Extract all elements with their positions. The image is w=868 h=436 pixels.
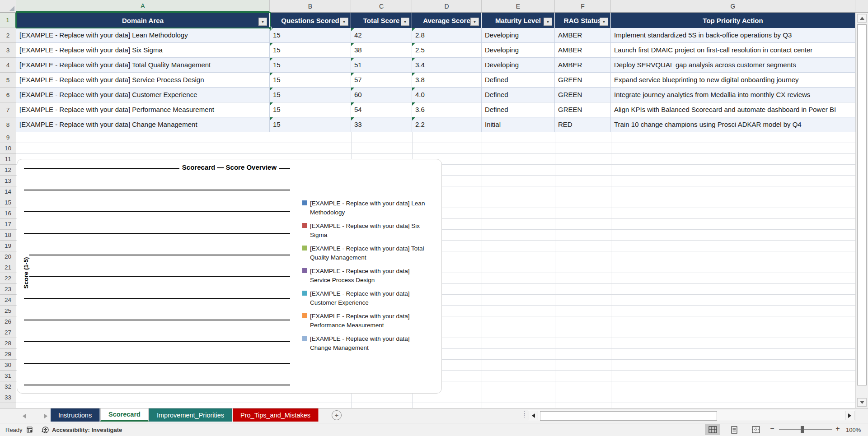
row-header-1[interactable]: 1 — [0, 13, 16, 28]
cell-C3[interactable]: 38 — [351, 43, 412, 58]
zoom-in-button[interactable]: + — [834, 425, 841, 433]
filter-dropdown-button[interactable]: ▾ — [258, 18, 267, 26]
tab-scrollbar-splitter[interactable]: ⋮⋮ — [522, 412, 524, 417]
cell-G7[interactable]: Align KPIs with Balanced Scorecard and a… — [611, 102, 855, 117]
sheet-tab-scorecard[interactable]: Scorecard — [100, 408, 149, 422]
cell-A3[interactable]: [EXAMPLE - Replace with your data] Six S… — [16, 43, 270, 58]
cell-F3[interactable]: AMBER — [555, 43, 611, 58]
cell-F7[interactable]: GREEN — [555, 102, 611, 117]
new-sheet-button[interactable]: + — [332, 410, 342, 420]
column-header-G[interactable]: G — [611, 0, 855, 12]
row-header-3[interactable]: 3 — [0, 43, 16, 58]
cell-B2[interactable]: 15 — [270, 28, 351, 43]
zoom-slider-handle[interactable] — [801, 426, 804, 433]
row-header-25[interactable]: 25 — [0, 306, 16, 316]
cell-G4[interactable]: Deploy SERVQUAL gap analysis across cust… — [611, 58, 855, 73]
cell-E4[interactable]: Developing — [482, 58, 555, 73]
row-header-32[interactable]: 32 — [0, 381, 16, 392]
column-header-B[interactable]: B — [270, 0, 351, 12]
cell-C8[interactable]: 33 — [351, 117, 412, 132]
cell-E6[interactable]: Defined — [482, 88, 555, 102]
row-header-18[interactable]: 18 — [0, 230, 16, 241]
row-header-24[interactable]: 24 — [0, 295, 16, 306]
row-header-17[interactable]: 17 — [0, 219, 16, 230]
row-header-23[interactable]: 23 — [0, 284, 16, 295]
column-header-E[interactable]: E — [482, 0, 555, 12]
cell-C5[interactable]: 57 — [351, 73, 412, 88]
page-layout-view-button[interactable] — [727, 424, 742, 435]
row-header-27[interactable]: 27 — [0, 327, 16, 338]
cell-C4[interactable]: 51 — [351, 58, 412, 73]
scroll-down-button[interactable] — [857, 398, 867, 407]
accessibility-checker-button[interactable]: Accessibility: Investigate — [42, 423, 122, 436]
row-header-21[interactable]: 21 — [0, 262, 16, 273]
row-header-2[interactable]: 2 — [0, 28, 16, 43]
row-header-9[interactable]: 9 — [0, 132, 16, 143]
cell-B6[interactable]: 15 — [270, 88, 351, 102]
row-header-12[interactable]: 12 — [0, 165, 16, 176]
cell-D8[interactable]: 2.2 — [412, 117, 482, 132]
cell-F6[interactable]: GREEN — [555, 88, 611, 102]
row-header-5[interactable]: 5 — [0, 73, 16, 88]
cell-A4[interactable]: [EXAMPLE - Replace with your data] Total… — [16, 58, 270, 73]
cell-G2[interactable]: Implement standardized 5S in back-office… — [611, 28, 855, 43]
tab-scroll-left-button[interactable] — [23, 414, 26, 418]
table-header-D[interactable]: Average Score▾ — [412, 13, 482, 28]
row-header-16[interactable]: 16 — [0, 208, 16, 219]
filter-dropdown-button[interactable]: ▾ — [470, 18, 479, 26]
cell-B4[interactable]: 15 — [270, 58, 351, 73]
cell-B8[interactable]: 15 — [270, 117, 351, 132]
cell-G6[interactable]: Integrate journey analytics from Medalli… — [611, 88, 855, 102]
row-header-10[interactable]: 10 — [0, 143, 16, 154]
row-header-28[interactable]: 28 — [0, 338, 16, 349]
cell-A2[interactable]: [EXAMPLE - Replace with your data] Lean … — [16, 28, 270, 43]
cell-D5[interactable]: 3.8 — [412, 73, 482, 88]
row-header-6[interactable]: 6 — [0, 88, 16, 102]
vertical-scrollbar[interactable] — [855, 13, 868, 408]
cell-E5[interactable]: Defined — [482, 73, 555, 88]
tab-scroll-right-button[interactable] — [44, 414, 47, 418]
cell-F8[interactable]: RED — [555, 117, 611, 132]
cell-C2[interactable]: 42 — [351, 28, 412, 43]
row-header-29[interactable]: 29 — [0, 349, 16, 360]
row-header-7[interactable]: 7 — [0, 102, 16, 117]
zoom-out-button[interactable]: − — [769, 425, 776, 433]
filter-dropdown-button[interactable]: ▾ — [600, 18, 608, 26]
cell-B7[interactable]: 15 — [270, 102, 351, 117]
cell-E2[interactable]: Developing — [482, 28, 555, 43]
cell-A8[interactable]: [EXAMPLE - Replace with your data] Chang… — [16, 117, 270, 132]
cell-G3[interactable]: Launch first DMAIC project on first-call… — [611, 43, 855, 58]
horizontal-scrollbar[interactable] — [528, 410, 855, 421]
row-header-14[interactable]: 14 — [0, 186, 16, 197]
cell-A7[interactable]: [EXAMPLE - Replace with your data] Perfo… — [16, 102, 270, 117]
cell-B3[interactable]: 15 — [270, 43, 351, 58]
cell-C7[interactable]: 54 — [351, 102, 412, 117]
row-header-30[interactable]: 30 — [0, 360, 16, 371]
scorecard-chart[interactable]: Scorecard — Score Overview Score (1-5) [… — [17, 159, 442, 394]
cell-G5[interactable]: Expand service blueprinting to new digit… — [611, 73, 855, 88]
row-header-26[interactable]: 26 — [0, 316, 16, 327]
horizontal-scroll-thumb[interactable] — [540, 411, 717, 421]
row-header-20[interactable]: 20 — [0, 251, 16, 262]
cell-A5[interactable]: [EXAMPLE - Replace with your data] Servi… — [16, 73, 270, 88]
cell-G8[interactable]: Train 10 change champions using Prosci A… — [611, 117, 855, 132]
row-header-19[interactable]: 19 — [0, 241, 16, 251]
column-header-C[interactable]: C — [351, 0, 412, 12]
column-header-F[interactable]: F — [555, 0, 611, 12]
table-header-E[interactable]: Maturity Level▾ — [482, 13, 555, 28]
row-header-13[interactable]: 13 — [0, 176, 16, 186]
select-all-button[interactable] — [0, 0, 16, 13]
table-header-B[interactable]: Questions Scored▾ — [270, 13, 351, 28]
row-header-4[interactable]: 4 — [0, 58, 16, 73]
sheet-tab-pro_tips_and_mistakes[interactable]: Pro_Tips_and_Mistakes — [233, 408, 319, 422]
cell-B5[interactable]: 15 — [270, 73, 351, 88]
filter-dropdown-button[interactable]: ▾ — [340, 18, 348, 26]
row-header-31[interactable]: 31 — [0, 371, 16, 381]
row-header-15[interactable]: 15 — [0, 197, 16, 208]
table-header-G[interactable]: Top Priority Action — [611, 13, 855, 28]
column-header-D[interactable]: D — [412, 0, 482, 12]
cell-D7[interactable]: 3.6 — [412, 102, 482, 117]
cell-C6[interactable]: 60 — [351, 88, 412, 102]
cell-E7[interactable]: Defined — [482, 102, 555, 117]
cell-D3[interactable]: 2.5 — [412, 43, 482, 58]
